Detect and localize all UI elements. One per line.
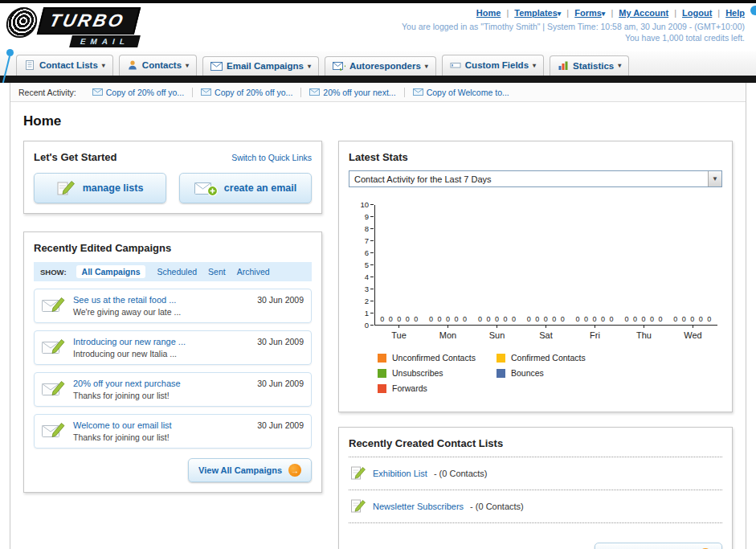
- nav-tab-contacts[interactable]: Contacts▾: [119, 55, 197, 76]
- arrow-circle-icon: →: [288, 464, 301, 477]
- legend-item-bounces: Bounces: [497, 368, 615, 378]
- activity-item-label: 20% off your next...: [323, 88, 395, 97]
- nav-tab-email-campaigns[interactable]: Email Campaigns▾: [202, 56, 319, 76]
- y-tick-label: 5: [365, 261, 369, 269]
- campaign-date: 30 Jun 2009: [257, 420, 304, 430]
- contact-activity-chart: 012345678910 0 0 0 0 00 0 0 0 00 0 0 0 0…: [349, 205, 722, 399]
- x-axis-label: Sat: [521, 326, 570, 340]
- campaign-subtitle: Thanks for joining our list!: [73, 432, 250, 442]
- recent-activity-item[interactable]: Copy of 20% off yo...: [84, 88, 193, 97]
- contact-list-link[interactable]: Newsletter Subscribers: [373, 502, 464, 511]
- contact-list-item[interactable]: Exhibition List- (0 Contacts): [349, 457, 722, 490]
- y-tick-label: 7: [365, 237, 369, 245]
- header-link-my-account[interactable]: My Account: [619, 8, 668, 18]
- dropdown-caret-icon: ▾: [558, 10, 562, 18]
- recent-activity-item[interactable]: Copy of 20% off yo...: [193, 88, 301, 97]
- header-link-logout[interactable]: Logout: [682, 8, 712, 18]
- y-tick-label: 3: [365, 285, 369, 293]
- legend-swatch: [378, 369, 386, 378]
- legend-label: Confirmed Contacts: [511, 353, 586, 363]
- y-tick-label: 1: [365, 309, 369, 318]
- nav-tab-label: Email Campaigns: [227, 61, 304, 71]
- turbo-email-logo[interactable]: TURBO EMAIL: [6, 7, 139, 47]
- chart-value-labels: 0 0 0 0 0: [375, 315, 424, 323]
- y-tick-label: 0: [365, 322, 369, 330]
- chart-value-labels: 0 0 0 0 0: [619, 315, 668, 323]
- nav-tab-label: Custom Fields: [465, 60, 529, 70]
- campaign-filter-sent[interactable]: Sent: [208, 267, 226, 277]
- chart-legend: Unconfirmed ContactsConfirmed ContactsUn…: [378, 353, 717, 399]
- stats-period-selected-value: Contact Activity for the Last 7 Days: [354, 174, 492, 184]
- statistics-icon: [558, 60, 569, 71]
- campaign-card[interactable]: Welcome to our email listThanks for join…: [34, 414, 312, 449]
- header-link-help[interactable]: Help: [725, 8, 745, 18]
- campaign-card[interactable]: 20% off your next purchaseThanks for joi…: [34, 372, 312, 407]
- contact-lists-panel-title: Recently Created Contact Lists: [349, 437, 722, 449]
- campaign-title-link[interactable]: Introducing our new range ...: [73, 337, 250, 346]
- dropdown-caret-icon: ▾: [308, 63, 311, 70]
- campaign-info: Welcome to our email listThanks for join…: [73, 420, 250, 442]
- show-label: SHOW:: [40, 268, 67, 277]
- contact-list-link[interactable]: Exhibition List: [373, 469, 427, 478]
- dropdown-caret-icon: ▾: [602, 10, 606, 18]
- chart-value-labels: 0 0 0 0 0: [570, 315, 619, 323]
- campaign-envelope-pencil-icon: [42, 379, 66, 398]
- list-pencil-icon: [350, 498, 366, 515]
- logo-text: TURBO EMAIL: [40, 7, 139, 47]
- nav-tab-custom-fields[interactable]: Custom Fields▾: [442, 55, 544, 76]
- manage-lists-button[interactable]: manage lists: [34, 173, 166, 203]
- create-an-email-button[interactable]: create an email: [179, 173, 312, 203]
- recent-activity-item[interactable]: 20% off your next...: [301, 88, 404, 97]
- header-link-home[interactable]: Home: [476, 8, 501, 18]
- header-link-forms[interactable]: Forms ▾: [574, 8, 605, 18]
- email-campaigns-icon: [210, 62, 223, 71]
- recent-activity-items: Copy of 20% off yo...Copy of 20% off yo.…: [84, 88, 517, 97]
- switch-to-quick-links-link[interactable]: Switch to Quick Links: [231, 153, 312, 162]
- x-axis-label: Thu: [619, 326, 668, 340]
- campaign-card[interactable]: See us at the retail food ...We're givin…: [34, 289, 312, 323]
- campaign-info: See us at the retail food ...We're givin…: [73, 295, 250, 317]
- campaign-filter-scheduled[interactable]: Scheduled: [157, 267, 197, 277]
- nav-tab-label: Autoresponders: [349, 61, 421, 71]
- y-tick-label: 2: [365, 297, 369, 305]
- x-axis-label: Wed: [668, 326, 717, 340]
- campaign-date: 30 Jun 2009: [257, 379, 304, 388]
- y-tick-label: 4: [365, 273, 369, 281]
- legend-item-unsubscribes: Unsubscribes: [378, 368, 497, 378]
- campaign-title-link[interactable]: Welcome to our email list: [73, 420, 250, 430]
- legend-label: Forwards: [392, 383, 427, 393]
- view-all-campaigns-button[interactable]: View All Campaigns →: [188, 458, 312, 482]
- nav-tab-autoresponders[interactable]: Autoresponders▾: [325, 56, 436, 76]
- campaign-title-link[interactable]: 20% off your next purchase: [73, 379, 250, 388]
- campaign-filter-all-campaigns[interactable]: All Campaigns: [76, 265, 146, 278]
- see-all-contact-lists-button[interactable]: See All Contact Lists →: [595, 543, 722, 549]
- pencil-icon: [57, 179, 76, 197]
- recent-activity-bar: Recent Activity: Copy of 20% off yo...Co…: [10, 83, 746, 102]
- activity-item-label: Copy of 20% off yo...: [106, 88, 184, 97]
- page-title: Home: [23, 113, 733, 129]
- y-tick-label: 6: [365, 249, 369, 257]
- envelope-plus-icon: [194, 180, 218, 197]
- recent-activity-item[interactable]: Copy of Welcome to...: [405, 88, 517, 97]
- legend-item-forwards: Forwards: [378, 383, 497, 393]
- activity-envelope-icon: [413, 88, 423, 96]
- campaign-date: 30 Jun 2009: [257, 295, 304, 305]
- header-link-templates[interactable]: Templates ▾: [514, 8, 561, 18]
- dropdown-caret-icon: ▾: [102, 62, 105, 69]
- campaign-title-link[interactable]: See us at the retail food ...: [73, 295, 250, 305]
- chart-body: 012345678910 0 0 0 0 00 0 0 0 00 0 0 0 0…: [353, 205, 717, 326]
- page-frame: Recent Activity: Copy of 20% off yo...Co…: [10, 83, 746, 549]
- x-axis-label: Sun: [472, 326, 521, 340]
- contact-list-item[interactable]: Newsletter Subscribers- (0 Contacts): [349, 490, 722, 523]
- stats-period-select[interactable]: Contact Activity for the Last 7 Days ▼: [349, 170, 722, 187]
- chart-plot-area: 0 0 0 0 00 0 0 0 00 0 0 0 00 0 0 0 00 0 …: [374, 205, 717, 326]
- nav-tab-contact-lists[interactable]: Contact Lists▾: [16, 55, 113, 76]
- activity-item-label: Copy of Welcome to...: [427, 88, 509, 97]
- nav-tab-statistics[interactable]: Statistics▾: [550, 55, 629, 76]
- nav-tab-label: Contacts: [142, 60, 182, 70]
- y-tick-label: 9: [365, 213, 369, 221]
- campaign-envelope-pencil-icon: [42, 295, 66, 314]
- campaign-card[interactable]: Introducing our new range ...Introducing…: [34, 330, 312, 365]
- campaign-filter-archived[interactable]: Archived: [237, 267, 270, 277]
- chart-zero-row: 0 0 0 0 00 0 0 0 00 0 0 0 00 0 0 0 00 0 …: [375, 315, 717, 323]
